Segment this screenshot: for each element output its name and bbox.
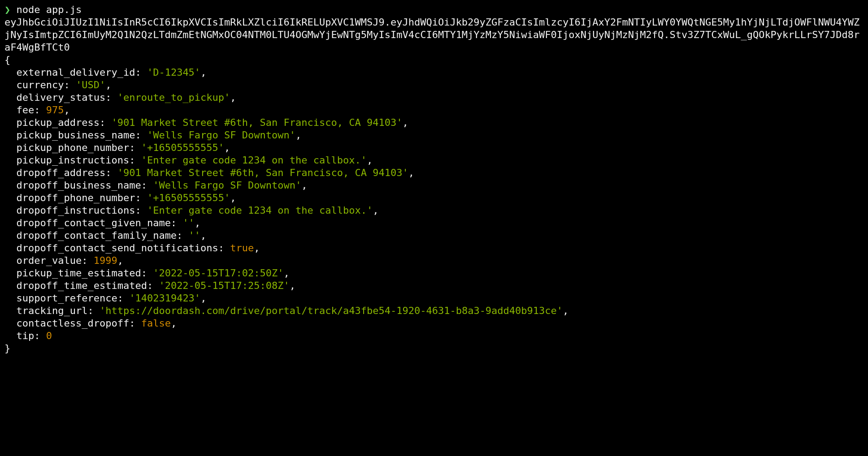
object-value: 975 <box>46 104 64 116</box>
trailing-punct: , <box>301 180 307 191</box>
object-key: tip: <box>4 330 46 341</box>
object-value: '+16505555555' <box>147 192 230 203</box>
object-value: 'USD' <box>76 79 105 90</box>
object-key: dropoff_contact_send_notifications: <box>4 242 230 254</box>
open-brace: { <box>4 54 10 65</box>
trailing-punct: , <box>171 318 177 329</box>
object-key: currency: <box>4 79 76 90</box>
object-value: 'D-12345' <box>147 67 200 78</box>
object-value: '2022-05-15T17:02:50Z' <box>153 267 283 279</box>
object-value: '1402319423' <box>129 293 200 304</box>
object-key: dropoff_contact_family_name: <box>4 230 189 241</box>
trailing-punct: , <box>408 167 414 178</box>
object-value: 'Enter gate code 1234 on the callbox.' <box>147 205 373 216</box>
trailing-punct: , <box>254 242 260 254</box>
trailing-punct: , <box>200 230 206 241</box>
trailing-punct: , <box>224 142 230 153</box>
object-value: 0 <box>46 330 52 341</box>
object-value: 'https://doordash.com/drive/portal/track… <box>100 305 563 316</box>
object-key: dropoff_business_name: <box>4 180 153 191</box>
object-value: false <box>141 318 171 329</box>
trailing-punct: , <box>195 217 200 228</box>
trailing-punct: , <box>200 67 206 78</box>
object-value: '+16505555555' <box>141 142 224 153</box>
object-key: pickup_business_name: <box>4 129 147 141</box>
object-key: tracking_url: <box>4 305 100 316</box>
object-value: 'Wells Fargo SF Downtown' <box>147 129 295 141</box>
object-key: delivery_status: <box>4 92 117 103</box>
jwt-token: eyJhbGciOiJIUzI1NiIsInR5cCI6IkpXVCIsImRk… <box>4 17 859 53</box>
object-value: '901 Market Street #6th, San Francisco, … <box>117 167 408 178</box>
command-text: node app.js <box>10 4 82 15</box>
prompt-char: ❯ <box>4 4 10 15</box>
trailing-punct: , <box>402 117 408 128</box>
object-key: pickup_phone_number: <box>4 142 141 153</box>
object-key: dropoff_instructions: <box>4 205 147 216</box>
object-key: fee: <box>4 104 46 116</box>
object-value: true <box>230 242 254 254</box>
trailing-punct: , <box>295 129 301 141</box>
object-key: dropoff_address: <box>4 167 117 178</box>
object-key: external_delivery_id: <box>4 67 147 78</box>
object-value: 'Enter gate code 1234 on the callbox.' <box>141 155 367 166</box>
object-value: '' <box>182 217 195 228</box>
object-key: contactless_dropoff: <box>4 318 141 329</box>
trailing-punct: , <box>230 92 236 103</box>
object-key: order_value: <box>4 255 94 266</box>
object-value: '2022-05-15T17:25:08Z' <box>159 280 289 291</box>
object-key: pickup_instructions: <box>4 155 141 166</box>
trailing-punct: , <box>284 267 290 279</box>
trailing-punct: , <box>105 79 111 90</box>
object-key: pickup_address: <box>4 117 111 128</box>
object-value: 'Wells Fargo SF Downtown' <box>153 180 301 191</box>
trailing-punct: , <box>117 255 123 266</box>
trailing-punct: , <box>373 205 378 216</box>
object-value: 1999 <box>94 255 117 266</box>
object-value: 'enroute_to_pickup' <box>117 92 230 103</box>
trailing-punct: , <box>563 305 569 316</box>
close-brace: } <box>4 343 10 354</box>
object-key: support_reference: <box>4 293 129 304</box>
object-value: '901 Market Street #6th, San Francisco, … <box>111 117 402 128</box>
object-value: '' <box>189 230 201 241</box>
object-key: dropoff_contact_given_name: <box>4 217 182 228</box>
terminal-output[interactable]: ❯ node app.js eyJhbGciOiJIUzI1NiIsInR5cC… <box>0 0 868 358</box>
object-key: dropoff_time_estimated: <box>4 280 159 291</box>
object-key: dropoff_phone_number: <box>4 192 147 203</box>
object-key: pickup_time_estimated: <box>4 267 153 279</box>
trailing-punct: , <box>64 104 69 116</box>
trailing-punct: , <box>230 192 236 203</box>
trailing-punct: , <box>290 280 295 291</box>
trailing-punct: , <box>367 155 373 166</box>
trailing-punct: , <box>200 293 206 304</box>
